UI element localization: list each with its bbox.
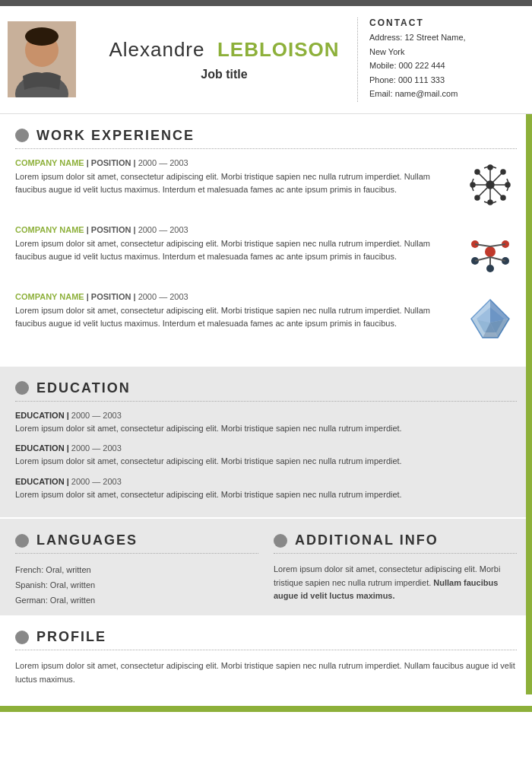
svg-point-10 [470, 183, 475, 187]
additional-info-title: ADDITIONAL INFO [295, 532, 439, 548]
edu-description: Lorem ipsum dolor sit amet, consectetur … [15, 488, 517, 501]
work-icon-geo [464, 292, 517, 345]
content-area: WORK EXPERIENCE COMPANY NAME | POSITION … [0, 114, 532, 694]
profile-divider [15, 650, 517, 650]
additional-info-text: Lorem ipsum dolor sit amet, consectetur … [274, 563, 517, 603]
profile-dot [15, 631, 29, 644]
lang-item: Spanish: Oral, written [15, 578, 258, 593]
languages-divider [15, 553, 258, 554]
svg-point-11 [505, 183, 510, 187]
edu-description: Lorem ipsum dolor sit amet, consectetur … [15, 422, 517, 435]
work-item-text: COMPANY NAME | POSITION | 2000 — 2003 Lo… [15, 225, 452, 264]
work-years: 2000 — 2003 [138, 158, 188, 167]
edu-item: EDUCATION | 2000 — 2003 Lorem ipsum dolo… [15, 443, 517, 468]
contact-address: Address: 12 Street Name, [369, 31, 517, 44]
main-content: WORK EXPERIENCE COMPANY NAME | POSITION … [0, 114, 532, 694]
edu-description: Lorem ipsum dolor sit amet, consectetur … [15, 455, 517, 468]
languages-col: LANGUAGES French: Oral, written Spanish:… [15, 532, 258, 608]
job-title: Job title [91, 68, 357, 81]
work-years: 2000 — 2003 [138, 292, 188, 301]
svg-marker-38 [490, 300, 509, 323]
edu-header-line: EDUCATION | 2000 — 2003 [15, 443, 517, 453]
education-section: EDUCATION EDUCATION | 2000 — 2003 Lorem … [0, 367, 532, 518]
work-icon-network [464, 225, 517, 278]
work-experience-section: WORK EXPERIENCE COMPANY NAME | POSITION … [15, 114, 517, 367]
work-company-line: COMPANY NAME | POSITION | 2000 — 2003 [15, 158, 452, 167]
profile-text: Lorem ipsum dolor sit amet, consectetur … [15, 659, 517, 686]
name-title-block: Alexandre LEBLOISON Job title [91, 38, 357, 81]
education-divider [15, 401, 517, 402]
svg-point-15 [475, 195, 480, 200]
education-title: EDUCATION [36, 380, 131, 396]
work-item-text: COMPANY NAME | POSITION | 2000 — 2003 Lo… [15, 158, 452, 197]
work-item: COMPANY NAME | POSITION | 2000 — 2003 Lo… [15, 225, 517, 278]
profile-title: PROFILE [36, 629, 106, 645]
svg-point-13 [501, 195, 505, 200]
languages-dot [15, 534, 29, 548]
work-company-line: COMPANY NAME | POSITION | 2000 — 2003 [15, 292, 452, 301]
work-company: COMPANY NAME [15, 292, 84, 301]
work-position: | POSITION | [87, 292, 136, 301]
work-company-line: COMPANY NAME | POSITION | 2000 — 2003 [15, 225, 452, 234]
contact-mobile: Mobile: 000 222 444 [369, 59, 517, 72]
edu-header-line: EDUCATION | 2000 — 2003 [15, 477, 517, 486]
work-item: COMPANY NAME | POSITION | 2000 — 2003 Lo… [15, 292, 517, 345]
top-bar [0, 0, 532, 6]
additional-info-header: ADDITIONAL INFO [274, 532, 517, 548]
svg-point-8 [488, 165, 492, 170]
svg-point-30 [486, 265, 494, 272]
lang-item: German: Oral, written [15, 593, 258, 609]
svg-point-16 [486, 181, 494, 189]
first-name: Alexandre [109, 38, 204, 61]
additional-info-bold: Nullam faucibus augue id velit luctus ma… [274, 578, 498, 601]
green-accent-bar [526, 114, 532, 694]
work-item-text: COMPANY NAME | POSITION | 2000 — 2003 Lo… [15, 292, 452, 331]
edu-item: EDUCATION | 2000 — 2003 Lorem ipsum dolo… [15, 477, 517, 501]
svg-point-3 [25, 27, 59, 46]
work-description: Lorem ipsum dolor sit amet, consectetur … [15, 170, 452, 197]
svg-point-9 [488, 200, 492, 205]
contact-city: New York [369, 46, 517, 59]
contact-block: CONTACT Address: 12 Street Name, New Yor… [357, 17, 517, 102]
work-item: COMPANY NAME | POSITION | 2000 — 2003 Lo… [15, 158, 517, 211]
education-header: EDUCATION [15, 380, 517, 396]
header: Alexandre LEBLOISON Job title CONTACT Ad… [0, 6, 532, 114]
education-dot [15, 381, 29, 395]
lang-item: French: Oral, written [15, 563, 258, 578]
languages-title: LANGUAGES [36, 532, 138, 548]
edu-header-line: EDUCATION | 2000 — 2003 [15, 411, 517, 420]
last-name: LEBLOISON [217, 38, 340, 61]
svg-point-25 [485, 246, 496, 257]
edu-years: 2000 — 2003 [71, 411, 122, 420]
bottom-bar [0, 706, 532, 712]
work-company: COMPANY NAME [15, 158, 84, 167]
work-description: Lorem ipsum dolor sit amet, consectetur … [15, 304, 452, 331]
edu-years: 2000 — 2003 [71, 443, 122, 453]
languages-header: LANGUAGES [15, 532, 258, 548]
svg-point-14 [501, 170, 505, 174]
profile-header: PROFILE [15, 629, 517, 645]
work-position: | POSITION | [87, 225, 136, 234]
additional-info-col: ADDITIONAL INFO Lorem ipsum dolor sit am… [274, 532, 517, 608]
work-company: COMPANY NAME [15, 225, 84, 234]
contact-phone: Phone: 000 111 333 [369, 74, 517, 87]
work-experience-divider [15, 148, 517, 149]
edu-years: 2000 — 2003 [71, 477, 122, 486]
languages-additional-section: LANGUAGES French: Oral, written Spanish:… [0, 519, 532, 615]
svg-point-12 [475, 170, 480, 174]
additional-info-divider [274, 553, 517, 554]
two-col-layout: LANGUAGES French: Oral, written Spanish:… [15, 532, 517, 608]
full-name: Alexandre LEBLOISON [91, 38, 357, 62]
profile-photo [8, 21, 76, 97]
profile-section: PROFILE Lorem ipsum dolor sit amet, cons… [15, 615, 517, 694]
work-years: 2000 — 2003 [138, 225, 188, 234]
contact-title: CONTACT [369, 17, 517, 28]
work-experience-title: WORK EXPERIENCE [36, 128, 195, 144]
work-position: | POSITION | [87, 158, 136, 167]
work-description: Lorem ipsum dolor sit amet, consectetur … [15, 237, 452, 264]
work-icon-flower [464, 158, 517, 211]
svg-marker-39 [471, 300, 490, 323]
work-experience-dot [15, 129, 29, 142]
contact-email: Email: name@mail.com [369, 87, 517, 100]
edu-item: EDUCATION | 2000 — 2003 Lorem ipsum dolo… [15, 411, 517, 435]
